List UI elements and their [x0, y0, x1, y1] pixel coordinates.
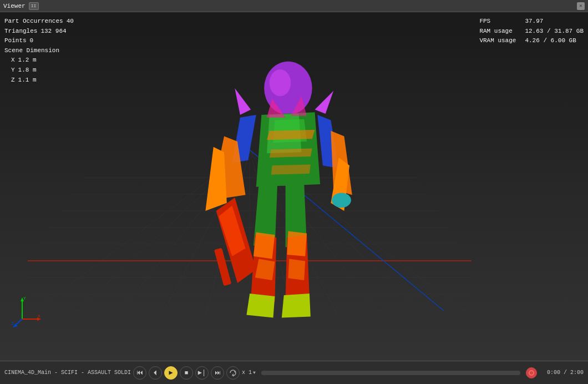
points-label: Points	[4, 36, 27, 46]
viewport[interactable]: Y X Z Part Occurrences 40 Triangles 132 …	[0, 12, 588, 361]
record-button[interactable]	[526, 367, 537, 378]
svg-text:Z: Z	[11, 321, 14, 326]
svg-text:X: X	[38, 314, 40, 319]
y-axis-value: 1.8 m	[18, 65, 37, 75]
part-occurrences-value: 40	[67, 17, 74, 27]
svg-point-25	[332, 193, 351, 208]
loop-button[interactable]	[226, 366, 240, 380]
speed-selector[interactable]: x 1 ▼	[242, 370, 256, 376]
y-axis-label: Y	[11, 65, 15, 75]
part-occurrences-label: Part Occurrences	[4, 17, 63, 27]
speed-dropdown-arrow[interactable]: ▼	[253, 370, 256, 375]
titlebar: Viewer II ✕	[0, 0, 588, 12]
skip-to-start-button[interactable]: ⏮	[133, 366, 146, 380]
x-axis-label: X	[11, 55, 15, 65]
points-value: 0	[30, 36, 34, 46]
svg-point-23	[270, 69, 291, 96]
animation-toolbar: CINEMA_4D_Main - SCIFI - ASSAULT SOLDI ⏮…	[0, 361, 588, 384]
z-axis-value: 1.1 m	[18, 75, 37, 85]
ram-label: RAM usage	[479, 27, 518, 37]
vram-value: 4.26 / 6.00 GB	[525, 36, 576, 46]
z-axis-label: Z	[11, 75, 15, 85]
titlebar-title: Viewer	[3, 3, 26, 9]
playback-bar[interactable]	[261, 371, 520, 375]
ram-value: 12.63 / 31.87 GB	[525, 27, 584, 37]
axis-indicator: Y X Z	[11, 294, 44, 327]
triangles-value: 132 964	[40, 27, 66, 37]
svg-text:Y: Y	[23, 296, 26, 301]
scene-dimension-label: Scene Dimension	[4, 46, 59, 56]
character-figure	[183, 46, 377, 323]
speed-label: x 1	[242, 370, 252, 376]
svg-marker-35	[232, 373, 234, 377]
x-axis-value: 1.2 m	[18, 55, 37, 65]
fps-label: FPS	[479, 17, 518, 27]
time-display: 0:00 / 2:00	[539, 370, 584, 376]
stop-button[interactable]: ■	[180, 366, 193, 380]
next-frame-button[interactable]: ▶|	[195, 366, 209, 380]
stats-panel-left: Part Occurrences 40 Triangles 132 964 Po…	[4, 17, 74, 85]
titlebar-pause-button[interactable]: II	[29, 2, 39, 10]
triangles-label: Triangles	[4, 27, 37, 37]
play-button[interactable]: ▶	[164, 366, 178, 380]
fps-value: 37.97	[525, 17, 543, 27]
vram-label: VRAM usage	[479, 36, 518, 46]
stats-panel-right: FPS 37.97 RAM usage 12.63 / 31.87 GB VRA…	[479, 17, 584, 46]
close-button[interactable]: ✕	[577, 2, 585, 10]
skip-to-end-button[interactable]: ⏭	[211, 366, 224, 380]
animation-name-label: CINEMA_4D_Main - SCIFI - ASSAULT SOLDI	[4, 370, 131, 376]
previous-frame-button[interactable]: ⏴	[149, 366, 162, 380]
